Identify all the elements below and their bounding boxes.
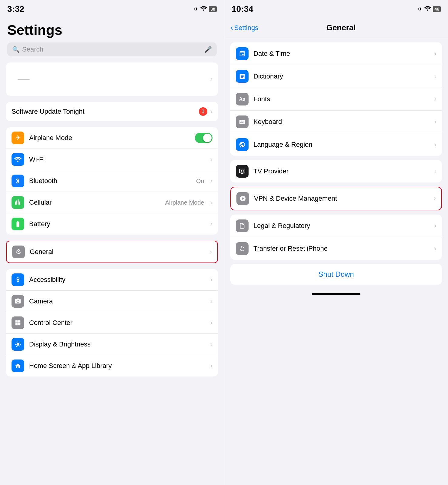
language-region-row[interactable]: Language & Region ›	[230, 133, 442, 156]
battery-row[interactable]: Battery ›	[6, 213, 218, 235]
transfer-reset-row[interactable]: Transfer or Reset iPhone ›	[230, 237, 442, 260]
airplane-mode-label: Airplane Mode	[29, 134, 190, 142]
right-status-icons: ✈ 46	[418, 6, 441, 12]
general-section-1: Date & Time › Dictionary › Aa Fonts ›	[224, 42, 448, 156]
home-indicator	[224, 289, 448, 299]
battery-chevron-icon: ›	[210, 220, 212, 228]
airplane-mode-icon: ✈	[12, 132, 24, 144]
right-status-bar: 10:34 ✈ 46	[224, 0, 448, 16]
svg-rect-5	[241, 170, 242, 172]
general-section-3: Legal & Regulatory › Transfer or Reset i…	[224, 215, 448, 260]
camera-row[interactable]: Camera ›	[6, 291, 218, 312]
camera-label: Camera	[29, 297, 206, 305]
bluetooth-row[interactable]: Bluetooth On ›	[6, 170, 218, 192]
vpn-label: VPN & Device Management	[254, 195, 429, 202]
fonts-label: Fonts	[253, 95, 430, 103]
legal-regulatory-chevron-icon: ›	[434, 222, 436, 230]
date-time-label: Date & Time	[253, 50, 430, 58]
shutdown-card[interactable]: Shut Down	[230, 264, 442, 285]
display-brightness-label: Display & Brightness	[29, 340, 206, 348]
vpn-highlighted-card[interactable]: VPN & Device Management ›	[230, 187, 442, 210]
dictionary-chevron-icon: ›	[434, 72, 436, 80]
fonts-row[interactable]: Aa Fonts ›	[230, 88, 442, 111]
shutdown-label: Shut Down	[318, 270, 354, 279]
right-content: Date & Time › Dictionary › Aa Fonts ›	[224, 38, 448, 485]
accessibility-icon	[12, 273, 24, 286]
profile-card[interactable]: ›	[6, 62, 218, 96]
language-region-label: Language & Region	[253, 141, 430, 149]
software-update-card[interactable]: Software Update Tonight 1 ›	[6, 102, 218, 121]
general-card-3: Legal & Regulatory › Transfer or Reset i…	[230, 215, 442, 260]
home-screen-icon	[12, 360, 24, 372]
wifi-label: Wi-Fi	[29, 156, 206, 163]
cellular-value: Airplane Mode	[165, 199, 204, 206]
accessibility-chevron-icon: ›	[210, 276, 212, 284]
settings-title: Settings	[7, 22, 217, 38]
bluetooth-label: Bluetooth	[29, 177, 191, 185]
general-highlighted-card[interactable]: ⚙ General ›	[6, 241, 218, 263]
search-bar[interactable]: 🔍 Search 🎤	[7, 42, 217, 56]
wifi-chevron-icon: ›	[210, 156, 212, 163]
general-row[interactable]: ⚙ General ›	[7, 241, 217, 263]
battery-label: Battery	[29, 220, 206, 228]
keyboard-chevron-icon: ›	[434, 118, 436, 126]
airplane-mode-row[interactable]: ✈ Airplane Mode	[6, 127, 218, 149]
display-brightness-row[interactable]: Display & Brightness ›	[6, 334, 218, 355]
search-input[interactable]: Search	[22, 45, 202, 53]
dictionary-row[interactable]: Dictionary ›	[230, 65, 442, 88]
mic-icon: 🎤	[204, 46, 212, 53]
dictionary-icon	[236, 70, 249, 83]
wifi-icon	[12, 153, 24, 166]
date-time-chevron-icon: ›	[434, 50, 436, 58]
vpn-icon	[236, 192, 249, 205]
tv-provider-row[interactable]: TV Provider ›	[230, 160, 442, 182]
shutdown-button[interactable]: Shut Down	[230, 264, 442, 285]
network-settings-group: ✈ Airplane Mode Wi-Fi › Bluetooth On ›	[6, 127, 218, 235]
left-status-icons: ✈ 38	[194, 6, 217, 12]
left-status-bar: 3:32 ✈ 38	[0, 0, 224, 16]
home-screen-row[interactable]: Home Screen & App Library ›	[6, 355, 218, 376]
search-icon: 🔍	[12, 46, 20, 53]
general-chevron-icon: ›	[210, 248, 212, 256]
airplane-mode-toggle[interactable]	[195, 133, 212, 143]
cellular-label: Cellular	[29, 199, 160, 206]
keyboard-row[interactable]: Keyboard ›	[230, 111, 442, 133]
vpn-chevron-icon: ›	[434, 195, 436, 202]
legal-regulatory-label: Legal & Regulatory	[253, 222, 430, 230]
camera-icon	[12, 295, 24, 308]
svg-point-0	[17, 277, 18, 278]
tv-provider-label: TV Provider	[253, 167, 430, 175]
control-center-row[interactable]: Control Center ›	[6, 312, 218, 334]
left-header: Settings 🔍 Search 🎤	[0, 16, 224, 59]
left-panel: 3:32 ✈ 38 Settings 🔍 Search 🎤 › Software…	[0, 0, 224, 485]
left-battery-badge: 38	[209, 6, 217, 12]
legal-regulatory-icon	[236, 219, 249, 232]
battery-icon	[12, 218, 24, 230]
tv-provider-chevron-icon: ›	[434, 167, 436, 175]
legal-regulatory-row[interactable]: Legal & Regulatory ›	[230, 215, 442, 237]
vpn-row[interactable]: VPN & Device Management ›	[231, 187, 441, 210]
accessibility-label: Accessibility	[29, 276, 206, 284]
dictionary-label: Dictionary	[253, 72, 430, 80]
update-right: 1 ›	[199, 107, 212, 116]
control-center-icon	[12, 316, 24, 329]
wifi-row[interactable]: Wi-Fi ›	[6, 149, 218, 170]
accessibility-row[interactable]: Accessibility ›	[6, 269, 218, 291]
bluetooth-chevron-icon: ›	[210, 177, 212, 185]
date-time-row[interactable]: Date & Time ›	[230, 42, 442, 65]
home-screen-chevron-icon: ›	[210, 362, 212, 370]
display-brightness-icon	[12, 338, 24, 351]
cellular-row[interactable]: Cellular Airplane Mode ›	[6, 192, 218, 213]
right-status-time: 10:34	[232, 4, 253, 14]
transfer-reset-chevron-icon: ›	[434, 245, 436, 253]
wifi-icon	[200, 6, 207, 12]
language-region-icon	[236, 138, 249, 151]
general-card-1: Date & Time › Dictionary › Aa Fonts ›	[230, 42, 442, 156]
bluetooth-value: On	[196, 178, 204, 185]
cellular-icon	[12, 196, 24, 209]
right-nav: ‹ Settings General	[224, 16, 448, 38]
back-label: Settings	[234, 24, 259, 32]
keyboard-label: Keyboard	[253, 118, 430, 126]
language-region-chevron-icon: ›	[434, 141, 436, 149]
back-button[interactable]: ‹ Settings	[230, 23, 258, 32]
